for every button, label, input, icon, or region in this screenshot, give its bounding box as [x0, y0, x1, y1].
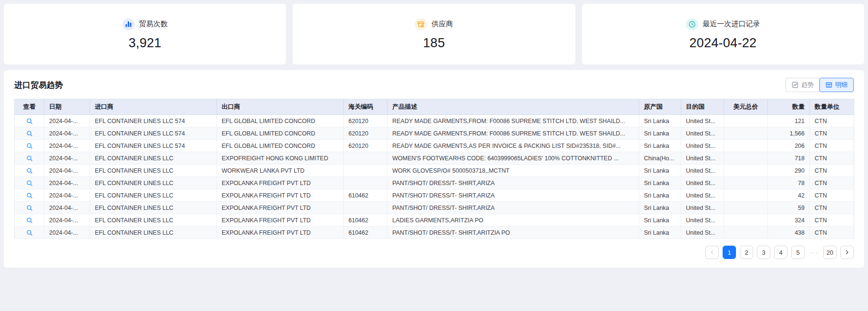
- cell-quantity: 42: [768, 189, 810, 202]
- stat-card-label: 贸易次数: [139, 20, 168, 29]
- cell-unit: CTN: [810, 127, 854, 140]
- cell-view: [15, 127, 44, 140]
- chevron-left-icon: [709, 249, 715, 255]
- view-row-button[interactable]: [25, 166, 34, 176]
- table-row: 2024-04-...EFL CONTAINER LINES LLCEXPOLA…: [15, 177, 854, 189]
- cell-unit: CTN: [810, 152, 854, 165]
- view-row-button[interactable]: [25, 228, 34, 238]
- page-button-4[interactable]: 4: [774, 246, 787, 259]
- cell-importer: EFL CONTAINER LINES LLC: [90, 152, 217, 165]
- cell-unit: CTN: [810, 189, 854, 202]
- cell-hs_code: [344, 152, 388, 165]
- cell-importer: EFL CONTAINER LINES LLC: [90, 202, 217, 214]
- cell-usd_total: [724, 189, 768, 202]
- cell-destination: United St...: [681, 202, 724, 214]
- magnifier-icon: [26, 167, 33, 174]
- table-row: 2024-04-...EFL CONTAINER LINES LLCWORKWE…: [15, 165, 854, 177]
- cell-view: [15, 189, 44, 202]
- column-header-unit: 数量单位: [810, 99, 854, 115]
- cell-product: WOMEN'S FOOTWEARHS CODE: 6403999065LADIE…: [388, 152, 639, 165]
- magnifier-icon: [26, 192, 33, 199]
- cell-usd_total: [724, 165, 768, 177]
- cell-origin: Sri Lanka: [639, 115, 681, 127]
- cell-exporter: EXPOLANKA FREIGHT PVT LTD: [217, 189, 344, 202]
- cell-quantity: 1,566: [768, 127, 810, 140]
- view-row-button[interactable]: [25, 191, 34, 200]
- cell-unit: CTN: [810, 165, 854, 177]
- cell-hs_code: 620120: [344, 127, 388, 140]
- cell-view: [15, 202, 44, 214]
- stat-card-suppliers: 供应商 185: [293, 4, 575, 64]
- cell-importer: EFL CONTAINER LINES LLC: [90, 165, 217, 177]
- cell-destination: United St...: [681, 227, 724, 239]
- magnifier-icon: [26, 155, 33, 162]
- view-row-button[interactable]: [25, 154, 34, 163]
- page-button-1[interactable]: 1: [723, 246, 736, 259]
- pagination: 12345···20: [14, 246, 854, 259]
- magnifier-icon: [26, 118, 33, 124]
- cell-usd_total: [724, 115, 768, 127]
- cell-unit: CTN: [810, 177, 854, 189]
- detail-button-label: 明细: [835, 81, 848, 89]
- trade-trends-panel: 进口贸易趋势 趋势 明细: [4, 70, 864, 268]
- cell-destination: United St...: [681, 189, 724, 202]
- page-title: 进口贸易趋势: [14, 80, 63, 91]
- page-button-2[interactable]: 2: [740, 246, 753, 259]
- column-header-usd_total: 美元总价: [724, 99, 768, 115]
- cell-origin: Sri Lanka: [639, 202, 681, 214]
- view-row-button[interactable]: [25, 216, 34, 225]
- page-button-5[interactable]: 5: [791, 246, 805, 259]
- magnifier-icon: [26, 143, 33, 149]
- column-header-date: 日期: [44, 99, 90, 115]
- cell-destination: United St...: [681, 152, 724, 165]
- view-row-button[interactable]: [25, 129, 34, 138]
- column-header-destination: 目的国: [681, 99, 724, 115]
- pagination-next-button[interactable]: [840, 246, 854, 259]
- cell-unit: CTN: [810, 214, 854, 227]
- cell-hs_code: 610462: [344, 214, 388, 227]
- cell-unit: CTN: [810, 140, 854, 152]
- cell-origin: Sri Lanka: [639, 189, 681, 202]
- pagination-prev-button[interactable]: [705, 246, 719, 259]
- column-header-quantity: 数量: [768, 99, 810, 115]
- view-row-button[interactable]: [25, 203, 34, 213]
- view-row-button[interactable]: [25, 116, 34, 126]
- view-row-button[interactable]: [25, 178, 34, 188]
- cell-view: [15, 165, 44, 177]
- cell-view: [15, 177, 44, 189]
- cell-view: [15, 115, 44, 127]
- cell-destination: United St...: [681, 214, 724, 227]
- cell-exporter: EXPOLANKA FREIGHT PVT LTD: [217, 177, 344, 189]
- cell-quantity: 206: [768, 140, 810, 152]
- view-toggle: 趋势 明细: [786, 78, 854, 92]
- cell-importer: EFL CONTAINER LINES LLC: [90, 177, 217, 189]
- cell-origin: Sri Lanka: [639, 165, 681, 177]
- trend-view-button[interactable]: 趋势: [786, 78, 820, 92]
- cell-product: PANT/SHOT/ DRESS/T- SHIRT,ARIZA: [388, 202, 639, 214]
- cell-exporter: EFL GLOBAL LIMITED CONCORD: [217, 127, 344, 140]
- cell-date: 2024-04-...: [44, 140, 90, 152]
- cell-origin: Sri Lanka: [639, 214, 681, 227]
- trend-button-label: 趋势: [801, 81, 814, 89]
- cell-destination: United St...: [681, 115, 724, 127]
- table-icon: [826, 82, 832, 88]
- page-button-20[interactable]: 20: [823, 246, 837, 259]
- column-header-importer: 进口商: [90, 99, 217, 115]
- page-button-3[interactable]: 3: [757, 246, 770, 259]
- cell-product: READY MADE GARMENTS,FROM: F00086 SUPREME…: [388, 115, 639, 127]
- view-row-button[interactable]: [25, 141, 34, 151]
- cell-quantity: 718: [768, 152, 810, 165]
- cell-date: 2024-04-...: [44, 189, 90, 202]
- cell-destination: United St...: [681, 177, 724, 189]
- cell-date: 2024-04-...: [44, 127, 90, 140]
- cell-unit: CTN: [810, 227, 854, 239]
- table-row: 2024-04-...EFL CONTAINER LINES LLC 574EF…: [15, 115, 854, 127]
- cell-unit: CTN: [810, 202, 854, 214]
- cell-usd_total: [724, 140, 768, 152]
- table-header-row: 查看日期进口商出口商海关编码产品描述原产国目的国美元总价数量数量单位: [15, 99, 854, 115]
- chevron-right-icon: [844, 249, 850, 255]
- pagination-ellipsis[interactable]: ···: [808, 249, 819, 256]
- table-row: 2024-04-...EFL CONTAINER LINES LLCEXPOLA…: [15, 214, 854, 227]
- detail-view-button[interactable]: 明细: [819, 78, 854, 92]
- cell-product: PANT/SHOT/ DRESS/T- SHIRT,ARITZIA PO: [388, 227, 639, 239]
